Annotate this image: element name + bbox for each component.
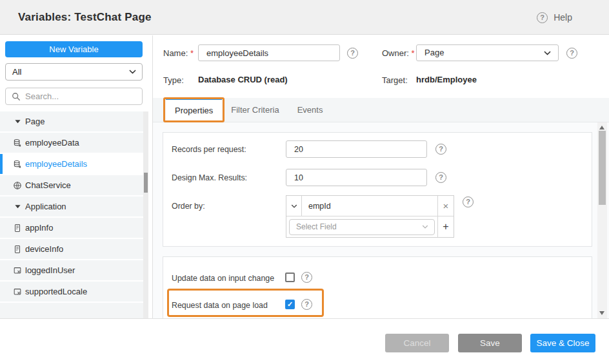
sidebar-item-label: ChatService [25, 180, 71, 190]
sidebar-item-label: deviceInfo [25, 244, 63, 254]
order-by-field-value: empId [302, 196, 437, 216]
owner-select[interactable]: Page [416, 44, 559, 61]
select-field-placeholder: Select Field [296, 222, 337, 231]
chevron-down-icon [543, 49, 552, 57]
variable-form-header: Name: * ? Owner: * Page ? Type: Database… [153, 35, 609, 98]
caret-down-icon[interactable] [12, 202, 23, 212]
records-per-request-label: Records per request: [172, 145, 246, 154]
target-label: Target: [382, 75, 408, 85]
sidebar-item-employeedata[interactable]: employeeData [0, 133, 143, 153]
sidebar-scrollbar-thumb[interactable] [144, 173, 148, 193]
sidebar-scrollbar[interactable] [143, 111, 148, 318]
scroll-up-arrow[interactable] [599, 126, 604, 129]
sidebar-item-loggedinuser[interactable]: loggedInUser [0, 260, 143, 280]
sidebar-item-deviceinfo[interactable]: deviceInfo [0, 239, 143, 259]
select-field-dropdown[interactable]: Select Field [289, 219, 435, 235]
owner-select-value: Page [424, 48, 444, 57]
search-placeholder: Search... [25, 91, 59, 101]
records-help-icon[interactable]: ? [435, 144, 446, 155]
sidebar-filler-row [0, 303, 143, 318]
owner-help-icon[interactable]: ? [566, 48, 577, 59]
sidebar-item-label: employeeData [25, 138, 79, 148]
order-direction-toggle[interactable] [286, 196, 302, 216]
name-help-icon[interactable]: ? [347, 48, 358, 59]
variable-filter-select[interactable]: All [5, 63, 143, 81]
dialog-footer: Cancel Save Save & Close [0, 318, 609, 364]
request-data-checkbox[interactable]: ✓ [285, 300, 295, 309]
device-icon [12, 244, 23, 254]
sidebar-item-label: Application [25, 202, 66, 211]
dialog-title: Variables: TestChat Page [18, 0, 152, 35]
sidebar-item-chatservice[interactable]: ChatService [0, 175, 143, 195]
save-and-close-button[interactable]: Save & Close [530, 334, 595, 352]
data-load-settings-card: Update data on input change ? Request da… [163, 256, 592, 318]
tab-label: Events [297, 105, 323, 115]
doc-x-icon [12, 265, 23, 276]
type-value: Database CRUD (read) [198, 75, 288, 84]
remove-order-field-button[interactable]: × [437, 196, 454, 216]
sidebar-item-appinfo[interactable]: appInfo [0, 218, 143, 238]
tab-events[interactable]: Events [288, 98, 332, 122]
doc-x-icon [12, 287, 23, 297]
database-icon [12, 159, 23, 169]
target-value: hrdb/Employee [416, 75, 477, 84]
variable-list: Page employeeData employeeDetails ChatSe… [0, 111, 143, 318]
sidebar-item-label: employeeDetails [25, 159, 87, 169]
dialog-header: Variables: TestChat Page ? Help [0, 0, 609, 35]
help-icon: ? [537, 12, 548, 23]
design-max-results-label: Design Max. Results: [172, 173, 247, 182]
design-max-results-input[interactable] [286, 169, 427, 186]
cancel-button[interactable]: Cancel [385, 334, 449, 352]
tab-filter-criteria[interactable]: Filter Criteria [222, 98, 288, 122]
device-icon [12, 223, 23, 233]
sidebar-item-application[interactable]: Application [0, 196, 143, 216]
save-button[interactable]: Save [458, 334, 522, 352]
help-button[interactable]: ? Help [537, 0, 572, 35]
tab-label: Filter Criteria [231, 105, 279, 115]
main-scrollbar-thumb[interactable] [599, 131, 606, 205]
variable-filter-value: All [12, 67, 21, 77]
caret-down-icon[interactable] [12, 117, 23, 127]
search-icon [12, 92, 21, 101]
add-order-field-button[interactable]: + [437, 216, 454, 237]
request-data-help-icon[interactable]: ? [301, 299, 312, 310]
order-by-control: empId × Select Field + [286, 195, 454, 238]
order-by-label: Order by: [172, 202, 205, 211]
tab-bar: Properties Filter Criteria Events [153, 98, 609, 122]
sidebar-item-supportedlocale[interactable]: supportedLocale [0, 282, 143, 302]
properties-panel: Records per request: ? Design Max. Resul… [153, 122, 609, 318]
update-data-checkbox[interactable] [285, 273, 295, 282]
tab-label: Properties [175, 106, 213, 115]
required-asterisk: * [190, 48, 194, 58]
name-input[interactable] [198, 44, 340, 61]
request-data-label: Request data on page load [172, 301, 268, 310]
update-data-help-icon[interactable]: ? [301, 272, 312, 283]
sidebar-item-label: supportedLocale [25, 287, 87, 296]
type-label: Type: [163, 75, 184, 85]
update-data-label: Update data on input change [172, 274, 274, 283]
sidebar-item-page[interactable]: Page [0, 111, 143, 131]
sidebar-item-label: Page [25, 117, 45, 126]
variables-sidebar: New Variable All Search... Page employee… [0, 35, 153, 318]
chevron-down-icon [421, 223, 429, 231]
records-per-request-input[interactable] [286, 140, 427, 158]
variable-search-input[interactable]: Search... [5, 88, 143, 105]
sidebar-item-label: appInfo [25, 223, 53, 233]
database-icon [12, 138, 23, 148]
variables-dialog: Variables: TestChat Page ? Help New Vari… [0, 0, 609, 364]
sidebar-item-employeedetails[interactable]: employeeDetails [0, 154, 143, 174]
help-label: Help [554, 12, 572, 23]
sidebar-item-label: loggedInUser [25, 265, 75, 275]
chevron-down-icon [128, 68, 137, 76]
request-settings-card: Records per request: ? Design Max. Resul… [163, 132, 592, 247]
main-scrollbar[interactable] [597, 122, 607, 318]
new-variable-button[interactable]: New Variable [5, 41, 143, 57]
globe-icon [12, 180, 23, 191]
name-label: Name: * [163, 44, 194, 62]
order-by-help-icon[interactable]: ? [463, 196, 474, 207]
scroll-down-arrow[interactable] [599, 311, 604, 315]
tab-properties[interactable]: Properties [166, 98, 222, 122]
required-asterisk: * [412, 48, 415, 58]
owner-label: Owner: * [382, 44, 415, 62]
design-help-icon[interactable]: ? [435, 172, 446, 183]
